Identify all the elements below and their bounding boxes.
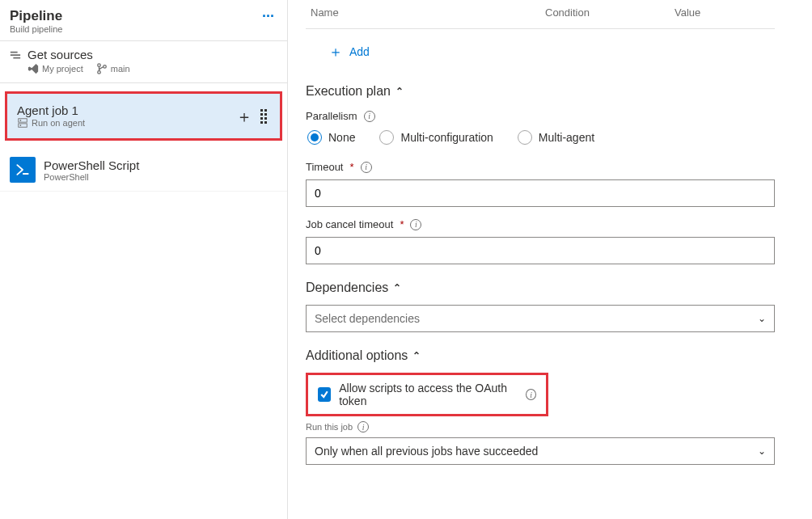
variables-table: Name Condition Value [306,0,775,29]
left-pane: Pipeline Build pipeline ··· Get sources … [0,0,288,519]
pipeline-title: Pipeline [10,8,62,24]
radio-multi-agent[interactable]: Multi-agent [518,130,594,145]
task-sub: PowerShell [44,172,139,182]
vs-icon [27,63,39,74]
parallelism-radio-group: None Multi-configuration Multi-agent [306,129,794,150]
run-job-select[interactable]: Only when all previous jobs have succeed… [306,437,775,465]
right-pane: Name Condition Value ＋ Add Execution pla… [288,0,812,519]
powershell-task-item[interactable]: PowerShell Script PowerShell [0,149,287,192]
pipeline-subtitle: Build pipeline [10,24,62,34]
svg-rect-4 [19,124,27,127]
sources-icon [10,49,21,61]
project-chip: My project [27,63,83,74]
drag-handle-icon[interactable] [260,109,269,124]
col-name[interactable]: Name [306,0,540,29]
col-value[interactable]: Value [670,0,775,29]
agent-job-sub: Run on agent [17,117,85,129]
oauth-checkbox[interactable] [318,387,331,402]
task-title: PowerShell Script [44,158,139,172]
pipeline-header: Pipeline Build pipeline ··· [0,0,287,41]
radio-multi-config[interactable]: Multi-configuration [379,130,493,145]
agent-job-title: Agent job 1 [17,103,85,117]
svg-rect-3 [19,119,27,122]
chevron-down-icon: ⌄ [758,445,766,457]
add-task-button[interactable]: ＋ [236,108,252,124]
chevron-up-icon: ⌃ [395,86,404,97]
dependencies-select[interactable]: Select dependencies ⌄ [306,305,775,332]
powershell-icon [10,157,36,183]
plus-icon: ＋ [328,42,343,61]
run-job-label: Run this job i [306,421,794,432]
chevron-up-icon: ⌃ [393,282,401,293]
info-icon[interactable]: i [357,421,369,432]
info-icon[interactable]: i [526,389,536,400]
svg-point-5 [20,120,22,121]
branch-icon [96,63,108,74]
parallelism-label: Parallelism i [306,110,794,122]
timeout-label: Timeout* i [306,161,794,173]
pipeline-more-button[interactable]: ··· [259,8,277,25]
cancel-timeout-label: Job cancel timeout* i [306,218,794,230]
oauth-label: Allow scripts to access the OAuth token [339,382,518,407]
oauth-highlight: Allow scripts to access the OAuth token … [306,373,548,416]
additional-options-header[interactable]: Additional options⌃ [306,348,794,363]
cancel-timeout-input[interactable] [306,237,775,264]
info-icon[interactable]: i [361,162,372,173]
add-variable-button[interactable]: ＋ Add [328,42,370,61]
col-condition[interactable]: Condition [540,0,670,29]
info-icon[interactable]: i [364,111,375,122]
dependencies-header[interactable]: Dependencies⌃ [306,281,794,295]
get-sources-item[interactable]: Get sources My project main [0,41,287,83]
svg-point-2 [104,65,107,69]
agent-job-item[interactable]: Agent job 1 Run on agent ＋ [5,91,282,141]
get-sources-label: Get sources [27,48,93,61]
chevron-down-icon: ⌄ [758,313,766,324]
svg-point-0 [98,64,101,67]
info-icon[interactable]: i [410,219,421,230]
timeout-input[interactable] [306,179,775,207]
check-icon [319,390,329,399]
server-icon [17,117,28,129]
svg-point-1 [98,71,101,74]
svg-point-6 [20,124,22,126]
chevron-up-icon: ⌃ [412,350,421,361]
radio-none[interactable]: None [307,130,355,145]
execution-plan-header[interactable]: Execution plan⌃ [306,84,794,99]
branch-chip: main [96,63,130,74]
